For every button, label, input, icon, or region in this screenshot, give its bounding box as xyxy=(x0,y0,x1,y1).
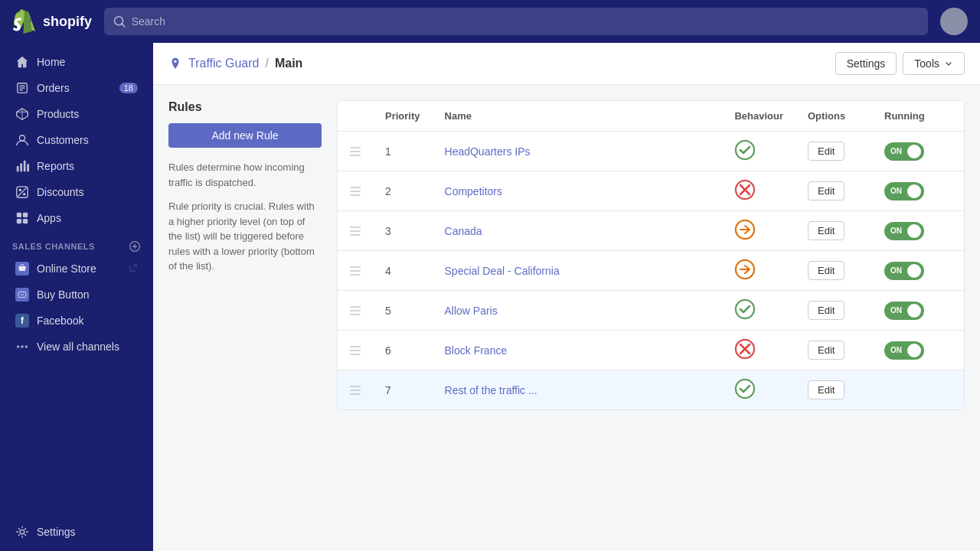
col-running: Running xyxy=(872,101,964,132)
sidebar-item-online-store[interactable]: Online Store xyxy=(3,256,150,282)
sidebar-item-reports[interactable]: Reports xyxy=(3,153,150,179)
rules-title: Rules xyxy=(168,100,322,114)
customers-icon xyxy=(15,133,29,147)
toggle-label: ON xyxy=(890,266,902,275)
edit-button[interactable]: Edit xyxy=(808,380,844,399)
edit-button[interactable]: Edit xyxy=(808,221,844,240)
sales-channels-section: SALES CHANNELS xyxy=(0,231,153,256)
tools-button[interactable]: Tools xyxy=(903,52,965,75)
sidebar-item-apps[interactable]: Apps xyxy=(3,205,150,231)
search-bar[interactable] xyxy=(104,8,928,35)
external-link-icon xyxy=(129,262,138,275)
drag-icon xyxy=(350,345,361,356)
breadcrumb-actions: Settings Tools xyxy=(835,52,965,75)
apps-icon xyxy=(15,211,29,225)
table-row: 7 Rest of the traffic ... Edit xyxy=(338,370,964,410)
running-toggle[interactable]: ON xyxy=(884,182,924,201)
sidebar-item-buy-button[interactable]: Buy Button xyxy=(3,282,150,308)
running-toggle[interactable]: ON xyxy=(884,142,924,161)
rule-name-link[interactable]: HeadQuarters IPs xyxy=(445,145,531,158)
sidebar-item-orders[interactable]: Orders 18 xyxy=(3,75,150,101)
edit-button[interactable]: Edit xyxy=(808,181,844,201)
sidebar-label-products: Products xyxy=(37,108,79,120)
drag-handle[interactable] xyxy=(350,226,361,236)
svg-rect-55 xyxy=(350,314,361,315)
page-body: Rules Add new Rule Rules determine how i… xyxy=(153,85,980,425)
edit-button[interactable]: Edit xyxy=(808,301,844,320)
edit-button[interactable]: Edit xyxy=(808,142,844,161)
running-toggle[interactable]: ON xyxy=(884,341,924,360)
svg-rect-32 xyxy=(350,151,361,152)
svg-point-30 xyxy=(20,530,24,533)
add-channel-icon[interactable] xyxy=(129,240,141,253)
svg-rect-48 xyxy=(350,266,361,268)
rule-name-link[interactable]: Allow Paris xyxy=(445,305,498,317)
drag-handle[interactable] xyxy=(350,146,361,157)
behaviour-cell xyxy=(722,132,795,171)
svg-rect-19 xyxy=(23,213,28,217)
edit-button[interactable]: Edit xyxy=(808,341,844,360)
drag-handle[interactable] xyxy=(350,266,361,276)
svg-rect-36 xyxy=(350,187,361,188)
breadcrumb-separator: / xyxy=(265,57,268,70)
discounts-icon xyxy=(15,185,29,199)
location-pin-icon xyxy=(168,57,182,70)
svg-rect-38 xyxy=(350,194,361,196)
drag-handle[interactable] xyxy=(350,385,361,396)
drag-icon xyxy=(350,146,361,157)
table-row: 2 Competitors Edit ON xyxy=(338,171,964,211)
rules-table-container: Priority Name Behaviour Options Running xyxy=(337,100,965,410)
name-cell: Allow Paris xyxy=(433,291,723,331)
drag-cell xyxy=(338,291,373,331)
drag-handle[interactable] xyxy=(350,305,361,316)
sidebar-label-discounts: Discounts xyxy=(37,186,83,198)
rule-name-link[interactable]: Canada xyxy=(445,225,482,237)
main-layout: Home Orders 18 Products xyxy=(0,43,980,551)
running-cell: ON xyxy=(872,331,964,370)
breadcrumb-app-name[interactable]: Traffic Guard xyxy=(188,57,259,70)
rule-name-link[interactable]: Special Deal - California xyxy=(445,265,560,277)
ellipsis-icon xyxy=(15,340,29,354)
edit-button[interactable]: Edit xyxy=(808,261,844,280)
running-toggle[interactable]: ON xyxy=(884,222,924,240)
sidebar-item-home[interactable]: Home xyxy=(3,49,150,75)
svg-rect-65 xyxy=(350,386,361,387)
sidebar-bottom: Settings xyxy=(0,519,153,545)
avatar[interactable] xyxy=(940,8,968,35)
priority-cell: 3 xyxy=(373,211,433,251)
sidebar-item-products[interactable]: Products xyxy=(3,101,150,127)
topbar: shopify xyxy=(0,0,980,43)
settings-button[interactable]: Settings xyxy=(835,52,897,75)
rule-name-link[interactable]: Competitors xyxy=(445,185,502,197)
drag-handle[interactable] xyxy=(350,345,361,356)
options-cell: Edit xyxy=(795,171,872,211)
sidebar-item-discounts[interactable]: Discounts xyxy=(3,179,150,205)
toggle-knob xyxy=(907,264,921,278)
svg-rect-11 xyxy=(20,163,22,171)
search-input[interactable] xyxy=(132,15,919,28)
toggle-knob xyxy=(907,344,921,357)
rule-name-link[interactable]: Block France xyxy=(445,344,508,357)
options-cell: Edit xyxy=(795,331,872,370)
rule-name-link[interactable]: Rest of the traffic ... xyxy=(445,384,537,396)
svg-rect-13 xyxy=(27,164,29,171)
col-drag xyxy=(338,101,373,132)
priority-cell: 2 xyxy=(373,171,433,211)
running-toggle[interactable]: ON xyxy=(884,302,924,320)
sidebar: Home Orders 18 Products xyxy=(0,43,153,551)
behaviour-cell xyxy=(722,370,795,410)
drag-handle[interactable] xyxy=(350,186,361,197)
shopify-logo[interactable]: shopify xyxy=(12,9,92,34)
priority-cell: 1 xyxy=(373,132,433,171)
sidebar-item-facebook[interactable]: f Facebook xyxy=(3,308,150,334)
sidebar-item-view-all-channels[interactable]: View all channels xyxy=(3,334,150,360)
add-rule-button[interactable]: Add new Rule xyxy=(168,123,322,148)
toggle-label: ON xyxy=(890,147,902,155)
svg-rect-21 xyxy=(23,219,28,223)
drag-cell xyxy=(338,132,373,171)
sidebar-item-customers[interactable]: Customers xyxy=(3,127,150,153)
name-cell: Canada xyxy=(433,211,723,251)
running-toggle[interactable]: ON xyxy=(884,262,924,280)
running-cell: ON xyxy=(872,171,964,211)
sidebar-item-settings[interactable]: Settings xyxy=(3,519,150,545)
